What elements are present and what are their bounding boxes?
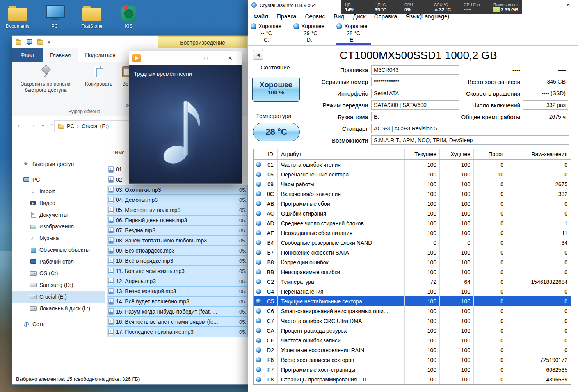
smart-row[interactable]: F6 Всего хост-записей секторов 100 100 0… — [254, 355, 571, 365]
file-row[interactable]: 15. Разум когда-нибудь победит (feat. ..… — [107, 306, 248, 317]
file-row[interactable]: 09. Без стюардесс.mp3 05. — [107, 246, 248, 256]
smart-row[interactable]: 05 Переназначенные сектора 100 100 10 0 — [254, 169, 571, 179]
minimize-button[interactable] — [174, 51, 190, 65]
back-button[interactable] — [253, 50, 263, 60]
info-value-field[interactable]: 2675 ч — [523, 112, 568, 121]
sidebar-item[interactable]: Музыка — [12, 232, 105, 244]
smart-row[interactable]: CE Частота ошибок записи 100 100 0 0 — [254, 335, 571, 345]
close-button[interactable] — [562, 1, 574, 9]
smart-row[interactable]: BB Неисправимые ошибки 100 100 0 0 — [254, 267, 571, 277]
menu-item[interactable]: Файл — [254, 13, 268, 20]
drive-tab[interactable]: Хорошее -- °C C: — [251, 21, 288, 45]
folder-icon[interactable] — [37, 39, 43, 45]
smart-row[interactable]: B8 Коррекции ошибок 100 100 0 0 — [254, 257, 571, 267]
smart-row[interactable]: AE Неожиданные сбои питания 100 100 0 11 — [254, 228, 571, 238]
sidebar-item[interactable]: Изображения — [12, 221, 105, 232]
smart-row[interactable]: D2 Успешные восстановления RAIN 100 100 … — [254, 345, 571, 355]
smart-row[interactable]: C6 Smart-сканирований неисправимых оши..… — [254, 306, 571, 316]
ribbon-tab[interactable]: Главная — [43, 48, 78, 62]
info-value-field[interactable]: E: — [371, 112, 459, 121]
column-header-name[interactable]: Имя — [115, 150, 124, 155]
smart-row[interactable]: 09 Часы работы 100 100 0 2675 — [254, 179, 571, 189]
smart-threshold: 0 — [474, 374, 507, 384]
sidebar-item[interactable]: Сеть — [12, 318, 105, 330]
back-arrow-icon[interactable] — [17, 121, 23, 128]
smart-row[interactable]: C7 Частота ошибок CRC Ultra DMA 100 100 … — [254, 316, 571, 326]
sidebar-item[interactable]: Документы — [12, 209, 105, 221]
menu-item[interactable]: Сервис — [305, 13, 325, 20]
smart-row[interactable]: 01 Частота ошибок чтения 100 100 0 0 — [254, 160, 571, 169]
file-row[interactable]: 12. Апрель.mp3 05. — [107, 276, 248, 286]
pin-to-quick-access-button[interactable]: Закрепить на панели быстрого доступа — [13, 65, 78, 93]
file-row[interactable]: 07. Бездна.mp3 05. — [107, 225, 248, 235]
smart-row[interactable]: AB Программные сбои 100 100 0 0 — [254, 199, 571, 208]
info-value-field[interactable]: ---- (SSD) — [523, 89, 568, 98]
chevron-down-icon[interactable] — [48, 38, 50, 45]
maximize-button[interactable] — [198, 51, 214, 65]
smart-row[interactable]: AC Ошибки стирания 100 100 0 0 — [254, 208, 571, 218]
file-row[interactable]: 16. Вечность встанет с нами рядом (fe...… — [107, 317, 248, 327]
info-value-field[interactable]: ---- — [523, 65, 568, 75]
file-row[interactable]: 11. Больше чем жизнь.mp3 05. — [107, 266, 248, 276]
ribbon-tab[interactable]: Поделиться — [78, 48, 122, 62]
info-value-field[interactable]: SATA/300 | SATA/600 — [371, 100, 459, 110]
breadcrumb-current[interactable]: Crucial (E:) — [82, 123, 109, 129]
computer-icon[interactable] — [26, 39, 32, 45]
info-value-field[interactable]: ACS-3 | ACS-3 Revision 5 — [371, 124, 569, 133]
desktop-icon[interactable]: PC — [39, 3, 70, 29]
tab-playback[interactable]: Воспроизведение — [158, 36, 247, 48]
info-value-field[interactable]: S.M.A.R.T., APM, NCQ, TRIM, DevSleep — [371, 135, 569, 145]
drive-tab[interactable]: Хорошее 28 °C E: — [336, 21, 374, 45]
tab-file[interactable]: Файл — [12, 48, 43, 62]
sidebar-item[interactable]: Видео — [12, 197, 105, 209]
smart-row[interactable]: B7 Понижение скорости SATA 100 100 0 0 — [254, 248, 571, 257]
file-row[interactable]: 14. Всё будет волшебно.mp3 05. — [107, 296, 248, 306]
file-date-partial: 05. — [235, 258, 246, 264]
sidebar-item[interactable]: PC — [12, 174, 105, 185]
player-app-icon[interactable] — [132, 54, 141, 62]
sidebar-item[interactable]: Объемные объекты — [12, 244, 105, 256]
desktop-icon[interactable]: Documents — [2, 3, 33, 29]
sidebar-item[interactable]: Рабочий стол — [12, 256, 105, 267]
file-row[interactable]: 17. Последнее признание.mp3 05. — [107, 327, 248, 337]
smart-row[interactable]: F7 Программные хост-страницы 100 100 0 6… — [254, 365, 571, 374]
drive-tab[interactable]: Хорошее 29 °C D: — [293, 21, 331, 45]
forward-arrow-icon[interactable] — [29, 121, 36, 128]
file-row[interactable]: 10. Всё в порядке.mp3 05. — [107, 256, 248, 266]
folder-icon[interactable] — [15, 39, 21, 45]
sidebar-item[interactable]: Локальный диск (L:) — [12, 303, 105, 314]
file-row[interactable]: 04. Демоны.mp3 05. — [107, 195, 248, 205]
file-row[interactable]: 13. Вечно молодой.mp3 05. — [107, 286, 248, 296]
sidebar-item[interactable]: OS (C:) — [12, 267, 105, 279]
info-value-field[interactable]: Serial ATA — [371, 89, 459, 98]
smart-row[interactable]: AD Среднее число стираний блоков 100 100… — [254, 218, 571, 228]
menu-item[interactable]: Правка — [277, 13, 297, 20]
file-row[interactable]: 06. Первый день осени.mp3 05. — [107, 215, 248, 225]
copy-button[interactable]: Копировать — [79, 65, 118, 87]
smart-row[interactable]: C5 Текущие нестабильные сектора 100 100 … — [254, 296, 571, 306]
smart-row[interactable]: B4 Свободные резервные блоки NAND 0 0 0 … — [254, 238, 571, 248]
file-row[interactable]: 08. Зачем топтать мою любовь.mp3 05. — [107, 235, 248, 246]
info-value-field[interactable]: ************ — [371, 77, 459, 86]
breadcrumb-root[interactable]: PC — [67, 123, 74, 129]
sidebar-item[interactable]: Samsung (D:) — [12, 279, 105, 291]
up-arrow-icon[interactable] — [50, 121, 53, 128]
file-row[interactable]: 03. Охотники.mp3 05. — [107, 185, 248, 195]
sidebar-item[interactable]: Быстрый доступ — [12, 158, 105, 170]
info-value-field[interactable]: 332 раз — [523, 100, 568, 110]
desktop-icon[interactable]: FastStone — [76, 3, 107, 29]
smart-row[interactable]: CA Процент расхода ресурса 100 100 0 0 — [254, 326, 571, 335]
smart-row[interactable]: C2 Температура 72 64 0 154618822684 — [254, 277, 571, 287]
smart-row[interactable]: 0C Включения/отключения 100 100 0 332 — [254, 189, 571, 199]
desktop-icon[interactable]: KIS — [113, 3, 144, 29]
smart-row[interactable]: C4 Переназначения 100 100 0 0 — [254, 287, 571, 296]
sidebar-item[interactable]: Import — [12, 185, 105, 197]
info-value-field[interactable]: M3CR043 — [371, 65, 459, 75]
file-row[interactable]: 05. Мысленный волк.mp3 05. — [107, 205, 248, 215]
sidebar-item[interactable]: Crucial (E:) — [12, 291, 105, 303]
smart-row[interactable]: F8 Страницы программирования FTL 100 100… — [254, 374, 571, 384]
history-chevron-icon[interactable] — [42, 121, 44, 128]
info-value-field[interactable]: 345 GB — [523, 77, 568, 86]
close-button[interactable] — [222, 51, 238, 65]
smart-id: C2 — [263, 277, 278, 287]
